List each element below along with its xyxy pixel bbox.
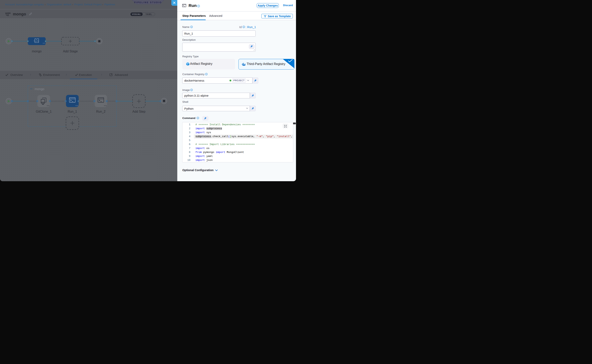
svg-text:mongo: mongo bbox=[35, 87, 44, 91]
svg-text:</>: </> bbox=[104, 105, 107, 106]
svg-text:Add Step: Add Step bbox=[132, 110, 145, 113]
svg-text:Add Stage: Add Stage bbox=[63, 50, 78, 53]
svg-text:Run_1: Run_1 bbox=[68, 110, 77, 113]
svg-text:PIPELINE STUDIO: PIPELINE STUDIO bbox=[134, 1, 162, 4]
svg-text:</>: </> bbox=[35, 40, 38, 42]
svg-text:Run_2: Run_2 bbox=[96, 110, 106, 113]
svg-text:</>: </> bbox=[75, 105, 78, 106]
svg-text:</>: </> bbox=[43, 42, 45, 44]
svg-text:mongo: mongo bbox=[32, 50, 41, 53]
svg-text:GitClone_1: GitClone_1 bbox=[36, 110, 52, 113]
svg-text:</>: </> bbox=[47, 105, 49, 106]
